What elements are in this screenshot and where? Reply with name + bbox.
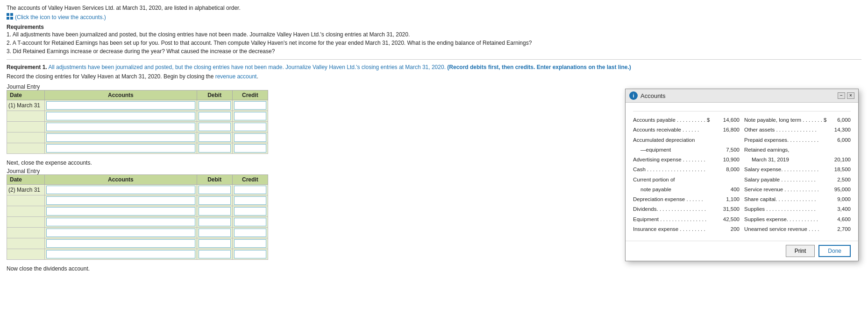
journal2-row-3 <box>7 206 268 216</box>
journal2-credit-input-1[interactable] <box>234 186 266 194</box>
journal1-accounts-input-2[interactable] <box>46 112 195 120</box>
journal2-date-empty-2 <box>7 195 45 206</box>
journal1-accounts-input-1[interactable] <box>46 101 195 110</box>
journal2-title: Journal Entry <box>7 168 268 175</box>
journal1-credit-input-4[interactable] <box>234 133 266 142</box>
account-row-advertising: Advertising expense . . . . . . . . 10,9… <box>633 155 740 165</box>
account-row-salary-expense: Salary expense. . . . . . . . . . . . . … <box>744 165 851 174</box>
journal1-date-empty-2 <box>7 111 45 121</box>
journal2-date-empty-4 <box>7 216 45 227</box>
journal2-row-1: (2) March 31 <box>7 184 268 195</box>
journal2-debit-input-4[interactable] <box>199 218 231 226</box>
journal2-debit-cell-1 <box>197 184 232 195</box>
journal2-credit-input-7[interactable] <box>234 250 266 258</box>
print-button[interactable]: Print <box>786 245 815 257</box>
popup-minimize-button[interactable]: − <box>838 92 845 99</box>
accounts-icon-link[interactable]: (Click the icon to view the accounts.) <box>7 13 106 21</box>
closing-note: Record the closing entries for Valley Ha… <box>7 73 861 80</box>
journal2-accounts-input-1[interactable] <box>46 186 195 194</box>
journal1-row-4 <box>7 132 268 143</box>
requirements-section: Requirements 1. All adjustments have bee… <box>7 24 861 56</box>
journal2-credit-cell-5 <box>232 227 268 238</box>
journal2-debit-input-2[interactable] <box>199 196 231 205</box>
col-accounts-label: Accounts <box>45 90 197 100</box>
requirements-title: Requirements <box>7 24 861 30</box>
journal1-debit-input-5[interactable] <box>199 144 231 153</box>
svg-rect-3 <box>10 17 13 20</box>
popup-info-icon: i <box>629 91 638 100</box>
journal2-debit-input-5[interactable] <box>199 229 231 237</box>
journal2-credit-cell-4 <box>232 216 268 227</box>
requirement-2-text: 2. A T-account for Retained Earnings has… <box>7 39 861 47</box>
journal2-credit-input-3[interactable] <box>234 207 266 216</box>
journal2-accounts-input-7[interactable] <box>46 250 195 258</box>
journal1-credit-cell-5 <box>232 143 268 153</box>
journal1-credit-input-2[interactable] <box>234 112 266 120</box>
col-credit-label: Credit <box>232 90 268 100</box>
col-debit-label: Debit <box>197 90 232 100</box>
journal1-accounts-input-3[interactable] <box>46 123 195 131</box>
account-row-prepaid: Prepaid expenses. . . . . . . . . . . 6,… <box>744 135 851 145</box>
journal2-debit-input-6[interactable] <box>199 239 231 248</box>
journal2-day: 31 <box>34 187 40 193</box>
journal2-credit-input-2[interactable] <box>234 196 266 205</box>
journal-section-2: Journal Entry Date Accounts Debit Credit… <box>7 168 268 260</box>
account-row-depreciation: Depreciation expense . . . . . . 1,100 <box>633 195 740 204</box>
account-row-dividends: Dividends. . . . . . . . . . . . . . . .… <box>633 204 740 214</box>
journal1-debit-input-1[interactable] <box>199 101 231 110</box>
journal1-debit-input-4[interactable] <box>199 133 231 142</box>
journal1-debit-input-2[interactable] <box>199 112 231 120</box>
popup-footer: Print Done <box>626 241 858 261</box>
col2-accounts-label: Accounts <box>45 174 197 184</box>
journal2-row-6 <box>7 238 268 249</box>
journal2-credit-cell-3 <box>232 206 268 216</box>
journal2-accounts-input-4[interactable] <box>46 218 195 226</box>
journal2-credit-input-5[interactable] <box>234 229 266 237</box>
popup-body: Accounts payable . . . . . . . . . . $ 1… <box>626 103 858 241</box>
journal2-credit-cell-7 <box>232 249 268 259</box>
journal1-row-2 <box>7 111 268 121</box>
journal2-debit-input-7[interactable] <box>199 250 231 258</box>
accounts-left-col: Accounts payable . . . . . . . . . . $ 1… <box>633 115 740 234</box>
journal2-debit-cell-2 <box>197 195 232 206</box>
journal1-accounts-input-4[interactable] <box>46 133 195 142</box>
journal2-accounts-cell-5 <box>45 227 197 238</box>
journal2-date-cell-1: (2) March 31 <box>7 184 45 195</box>
journal1-credit-input-3[interactable] <box>234 123 266 131</box>
account-row-retained-date: March 31, 2019 20,100 <box>744 155 851 165</box>
journal2-row-2 <box>7 195 268 206</box>
grid-icon <box>7 13 13 21</box>
popup-divider <box>633 111 851 111</box>
popup-close-button[interactable]: × <box>847 92 854 99</box>
now-close-label: Now close the dividends account. <box>7 265 861 272</box>
account-row-salary-payable: Salary payable . . . . . . . . . . . . 2… <box>744 175 851 185</box>
journal1-day: 31 <box>34 102 40 109</box>
journal2-debit-cell-7 <box>197 249 232 259</box>
journal2-accounts-input-3[interactable] <box>46 207 195 216</box>
journal2-debit-input-1[interactable] <box>199 186 231 194</box>
journal1-debit-cell-3 <box>197 121 232 132</box>
journal1-credit-input-5[interactable] <box>234 144 266 153</box>
journal2-debit-input-3[interactable] <box>199 207 231 216</box>
journal2-credit-input-4[interactable] <box>234 218 266 226</box>
account-row-cash: Cash . . . . . . . . . . . . . . . . . .… <box>633 165 740 174</box>
done-button[interactable]: Done <box>818 245 851 257</box>
journal1-debit-cell-2 <box>197 111 232 121</box>
journal1-debit-input-3[interactable] <box>199 123 231 131</box>
journal2-accounts-input-2[interactable] <box>46 196 195 205</box>
accounts-grid: Accounts payable . . . . . . . . . . $ 1… <box>633 115 851 234</box>
account-row-payable: Accounts payable . . . . . . . . . . $ 1… <box>633 115 740 125</box>
req1-full-title: Requirement 1. All adjustments have been… <box>7 63 861 71</box>
journal1-credit-input-1[interactable] <box>234 101 266 110</box>
journal1-month: (1) March <box>8 102 32 109</box>
journal2-debit-cell-6 <box>197 238 232 249</box>
accounts-right-col: Note payable, long term . . . . . . . $ … <box>744 115 851 234</box>
account-row-equipment-asset: Equipment . . . . . . . . . . . . . . . … <box>633 215 740 224</box>
account-row-equipment: —equipment 7,500 <box>633 145 740 155</box>
journal-table-2: Journal Entry Date Accounts Debit Credit… <box>7 168 268 260</box>
journal2-accounts-input-6[interactable] <box>46 239 195 248</box>
journal2-accounts-input-5[interactable] <box>46 229 195 237</box>
journal2-credit-input-6[interactable] <box>234 239 266 248</box>
journal1-accounts-input-5[interactable] <box>46 144 195 153</box>
account-row-share-capital: Share capital. . . . . . . . . . . . . .… <box>744 195 851 204</box>
